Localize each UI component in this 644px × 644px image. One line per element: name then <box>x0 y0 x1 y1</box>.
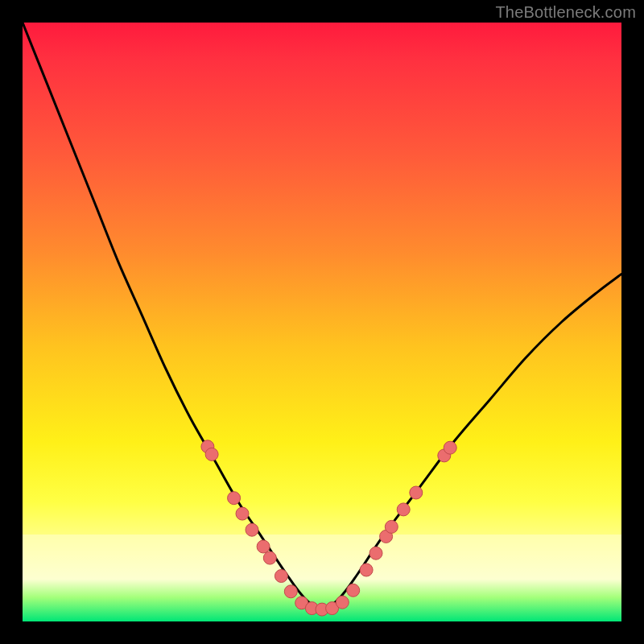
chart-stage: TheBottleneck.com <box>0 0 644 644</box>
data-point-marker <box>369 547 382 559</box>
data-point-marker <box>397 503 410 516</box>
data-point-marker <box>257 540 270 553</box>
data-point-marker <box>205 448 218 460</box>
curve-markers <box>201 440 456 616</box>
data-point-marker <box>385 520 398 533</box>
data-point-marker <box>444 441 456 454</box>
data-point-marker <box>360 564 373 576</box>
watermark-text: TheBottleneck.com <box>495 3 636 22</box>
data-point-marker <box>284 585 297 598</box>
data-point-marker <box>246 523 258 536</box>
plot-area <box>23 23 621 621</box>
data-point-marker <box>263 551 276 564</box>
data-point-marker <box>410 486 423 499</box>
data-point-marker <box>275 570 287 583</box>
data-point-marker <box>336 596 349 609</box>
bottleneck-curve <box>23 23 621 609</box>
curve-layer <box>23 23 621 621</box>
data-point-marker <box>228 492 241 505</box>
data-point-marker <box>347 584 360 597</box>
data-point-marker <box>236 507 249 520</box>
